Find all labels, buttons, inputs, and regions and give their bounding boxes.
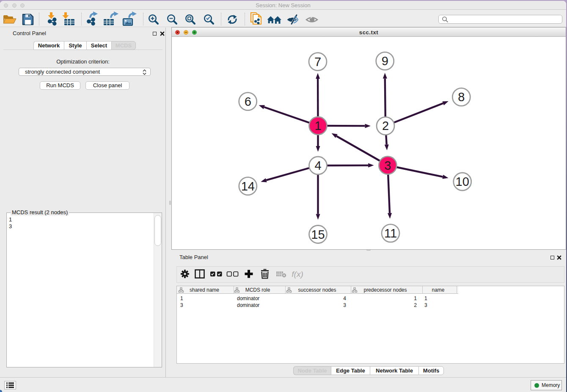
svg-text:11: 11 <box>384 226 397 240</box>
svg-text:14: 14 <box>241 179 255 193</box>
svg-text:3: 3 <box>384 159 391 172</box>
svg-text:f(x): f(x) <box>292 270 303 279</box>
svg-text:9: 9 <box>382 54 388 68</box>
svg-text:10: 10 <box>456 175 469 188</box>
svg-text:6: 6 <box>245 95 251 108</box>
svg-text:7: 7 <box>314 55 321 69</box>
svg-text:2: 2 <box>382 119 389 133</box>
svg-text:1: 1 <box>314 119 321 133</box>
svg-text:4: 4 <box>314 159 321 172</box>
svg-text:15: 15 <box>311 228 325 241</box>
svg-text:8: 8 <box>458 90 465 104</box>
